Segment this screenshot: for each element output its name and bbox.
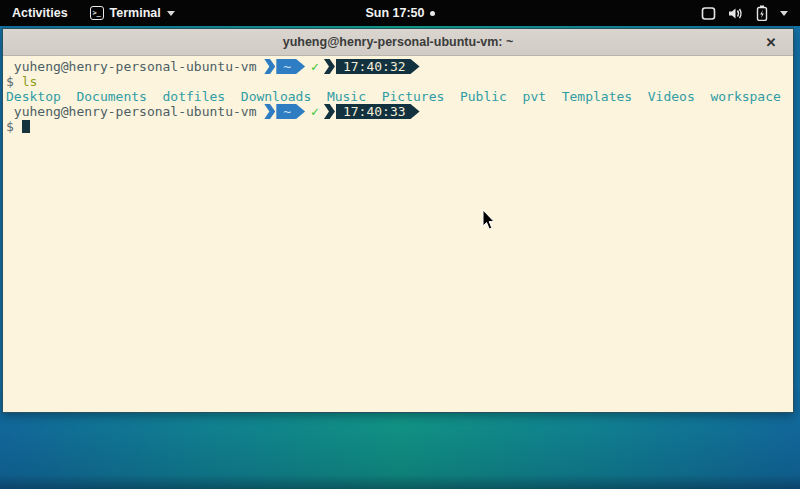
prompt-line: yuheng@henry-personal-ubuntu-vm ~ ✓ 17:4…	[6, 104, 791, 119]
prompt-path-segment: ~	[276, 59, 305, 74]
clock[interactable]: Sun 17:50	[365, 6, 424, 20]
directory-listing: Desktop Documents dotfiles Downloads Mus…	[6, 89, 791, 104]
system-status-area[interactable]	[689, 0, 800, 26]
terminal-window: yuheng@henry-personal-ubuntu-vm: ~ ✕ yuh…	[2, 28, 794, 413]
chevron-down-icon	[167, 11, 175, 16]
chevron-down-icon	[780, 11, 788, 16]
window-title: yuheng@henry-personal-ubuntu-vm: ~	[3, 35, 793, 49]
window-titlebar[interactable]: yuheng@henry-personal-ubuntu-vm: ~ ✕	[3, 29, 793, 56]
prompt-host: yuheng@henry-personal-ubuntu-vm	[6, 59, 264, 74]
prompt-symbol: $	[6, 74, 22, 89]
display-icon	[701, 6, 716, 21]
command-text: ls	[22, 74, 38, 89]
input-line[interactable]: $	[6, 119, 791, 134]
prompt-line: yuheng@henry-personal-ubuntu-vm ~ ✓ 17:4…	[6, 59, 791, 74]
directory-names: Desktop Documents dotfiles Downloads Mus…	[6, 89, 781, 104]
prompt-host: yuheng@henry-personal-ubuntu-vm	[6, 104, 264, 119]
command-line: $ ls	[6, 74, 791, 89]
volume-icon	[728, 6, 744, 21]
checkmark-icon: ✓	[311, 59, 319, 74]
close-button[interactable]: ✕	[761, 29, 781, 56]
powerline-arrow-icon	[324, 59, 335, 74]
prompt-time-segment: 17:40:32	[336, 59, 420, 74]
checkmark-icon: ✓	[311, 104, 319, 119]
powerline-arrow-icon	[264, 104, 275, 119]
prompt-time-segment: 17:40:33	[336, 104, 420, 119]
app-menu-terminal[interactable]: >_ Terminal	[80, 0, 185, 26]
battery-charging-icon	[756, 5, 768, 21]
top-bar: Activities >_ Terminal Sun 17:50	[0, 0, 800, 26]
terminal-icon: >_	[90, 6, 104, 20]
powerline-arrow-icon	[324, 104, 335, 119]
terminal-content[interactable]: yuheng@henry-personal-ubuntu-vm ~ ✓ 17:4…	[3, 56, 793, 412]
powerline-arrow-icon	[264, 59, 275, 74]
text-cursor	[22, 120, 30, 133]
notification-dot-icon	[430, 11, 435, 16]
prompt-symbol: $	[6, 119, 22, 134]
activities-button[interactable]: Activities	[0, 0, 80, 26]
prompt-path-segment: ~	[276, 104, 305, 119]
app-menu-label: Terminal	[110, 6, 161, 20]
